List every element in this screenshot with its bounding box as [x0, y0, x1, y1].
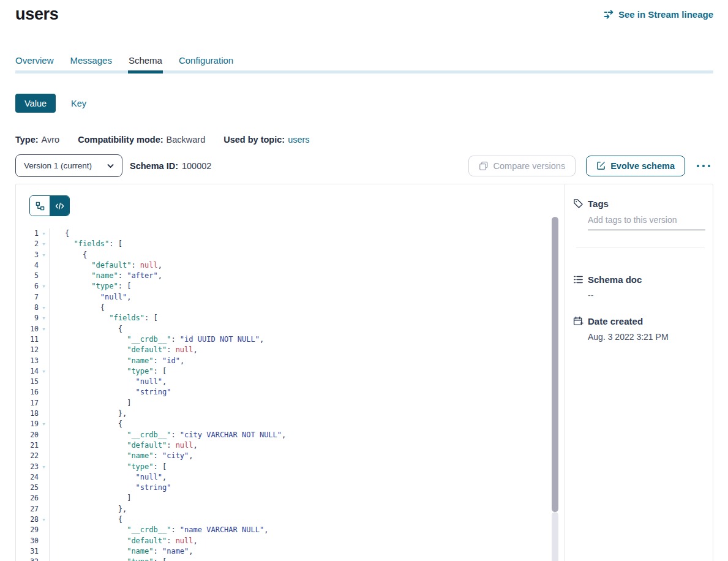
- compare-versions-button[interactable]: Compare versions: [468, 156, 576, 176]
- schema-code-editor[interactable]: 1▾{2▾ "fields": [3▾ {4 "default": null,5…: [16, 228, 565, 561]
- code-line: 7 "null",: [16, 292, 565, 303]
- tree-view-icon: [36, 201, 45, 211]
- edit-icon: [596, 161, 606, 170]
- code-text: {: [49, 228, 565, 239]
- code-text: "fields": [: [49, 313, 565, 323]
- fold-arrow-icon[interactable]: ▾: [39, 462, 49, 472]
- code-line: 3▾ {: [16, 250, 565, 260]
- stream-lineage-link[interactable]: See in Stream lineage: [604, 9, 713, 20]
- code-line: 15 "null",: [16, 377, 565, 387]
- fold-spacer: [39, 546, 49, 557]
- schema-id-label: Schema ID:: [130, 161, 178, 171]
- code-line: 10▾ {: [16, 324, 565, 334]
- fold-spacer: [39, 271, 49, 281]
- more-options-button[interactable]: [694, 162, 713, 170]
- fold-arrow-icon[interactable]: ▾: [39, 557, 49, 561]
- editor-scrollbar-thumb[interactable]: [552, 217, 558, 512]
- line-number: 18: [16, 409, 39, 419]
- code-line: 28▾ {: [16, 514, 565, 525]
- line-number: 10: [16, 324, 39, 334]
- fold-arrow-icon[interactable]: ▾: [39, 514, 49, 525]
- fold-arrow-icon[interactable]: ▾: [39, 419, 49, 429]
- line-number: 23: [16, 462, 39, 472]
- tab-schema[interactable]: Schema: [129, 55, 162, 73]
- used-by-topic-link[interactable]: users: [288, 135, 309, 145]
- tab-bar: Overview Messages Schema Configuration: [15, 55, 713, 73]
- fold-arrow-icon[interactable]: ▾: [39, 303, 49, 313]
- fold-arrow-icon[interactable]: ▾: [39, 366, 49, 377]
- schema-meta-row: Type: Avro Compatibility mode: Backward …: [15, 135, 310, 145]
- code-line: 14▾ "type": [: [16, 366, 565, 377]
- fold-spacer: [39, 398, 49, 409]
- line-number: 25: [16, 483, 39, 493]
- fold-spacer: [39, 440, 49, 451]
- code-line: 18 },: [16, 409, 565, 419]
- code-line: 13 "name": "id",: [16, 356, 565, 366]
- code-line: 12 "default": null,: [16, 345, 565, 355]
- code-text: "type": [: [49, 462, 565, 472]
- code-text: "default": null,: [49, 536, 565, 546]
- code-line: 29 "__crdb__": "name VARCHAR NULL",: [16, 525, 565, 535]
- fold-arrow-icon[interactable]: ▾: [39, 228, 49, 239]
- code-text: "type": [: [49, 557, 565, 561]
- code-text: {: [49, 250, 565, 260]
- tag-icon: [573, 198, 584, 209]
- list-icon: [573, 274, 584, 285]
- evolve-schema-label: Evolve schema: [610, 161, 675, 171]
- code-text: "null",: [49, 292, 565, 303]
- fold-spacer: [39, 525, 49, 535]
- more-options-icon: [696, 164, 711, 168]
- code-text: "name": "city",: [49, 451, 565, 461]
- date-created-title: Date created: [588, 316, 643, 326]
- code-line: 19▾ {: [16, 419, 565, 429]
- version-select[interactable]: Version 1 (current): [15, 154, 122, 177]
- line-number: 20: [16, 430, 39, 440]
- type-value: Avro: [42, 135, 60, 145]
- fold-arrow-icon[interactable]: ▾: [39, 281, 49, 292]
- editor-view-toggle: [29, 195, 70, 216]
- tab-underline-bar: [15, 70, 713, 73]
- line-number: 27: [16, 504, 39, 514]
- code-text: "fields": [: [49, 239, 565, 249]
- code-text: "null",: [49, 472, 565, 483]
- code-text: "name": "after",: [49, 271, 565, 281]
- fold-arrow-icon[interactable]: ▾: [39, 324, 49, 334]
- version-bar: Version 1 (current) Schema ID: 100002 Co…: [15, 154, 713, 177]
- line-number: 16: [16, 387, 39, 397]
- line-number: 21: [16, 440, 39, 451]
- code-line: 25 "string": [16, 483, 565, 493]
- line-number: 28: [16, 514, 39, 525]
- line-number: 5: [16, 271, 39, 281]
- code-text: "type": [: [49, 281, 565, 292]
- compare-icon: [479, 161, 489, 171]
- fold-spacer: [39, 260, 49, 271]
- code-text: "default": null,: [49, 440, 565, 451]
- evolve-schema-button[interactable]: Evolve schema: [586, 156, 685, 176]
- code-text: ]: [49, 493, 565, 503]
- line-number: 2: [16, 239, 39, 249]
- code-text: {: [49, 324, 565, 334]
- code-line: 24 "null",: [16, 472, 565, 483]
- line-number: 1: [16, 228, 39, 239]
- code-line: 20 "__crdb__": "city VARCHAR NOT NULL",: [16, 430, 565, 440]
- line-number: 4: [16, 260, 39, 271]
- line-number: 14: [16, 366, 39, 377]
- code-line: 30 "default": null,: [16, 536, 565, 546]
- code-text: "type": [: [49, 366, 565, 377]
- code-text: },: [49, 409, 565, 419]
- compare-versions-label: Compare versions: [493, 161, 566, 171]
- code-text: "__crdb__": "id UUID NOT NULL",: [49, 334, 565, 345]
- line-number: 6: [16, 281, 39, 292]
- tree-view-button[interactable]: [30, 196, 50, 216]
- fold-arrow-icon[interactable]: ▾: [39, 313, 49, 323]
- key-toggle-link[interactable]: Key: [71, 99, 86, 108]
- code-line: 11 "__crdb__": "id UUID NOT NULL",: [16, 334, 565, 345]
- value-toggle-button[interactable]: Value: [15, 94, 56, 113]
- fold-spacer: [39, 377, 49, 387]
- tags-section-header: Tags: [573, 198, 713, 209]
- code-view-button[interactable]: [50, 196, 69, 216]
- tags-input[interactable]: [588, 215, 705, 230]
- code-line: 26 ]: [16, 493, 565, 503]
- fold-arrow-icon[interactable]: ▾: [39, 239, 49, 249]
- fold-arrow-icon[interactable]: ▾: [39, 250, 49, 260]
